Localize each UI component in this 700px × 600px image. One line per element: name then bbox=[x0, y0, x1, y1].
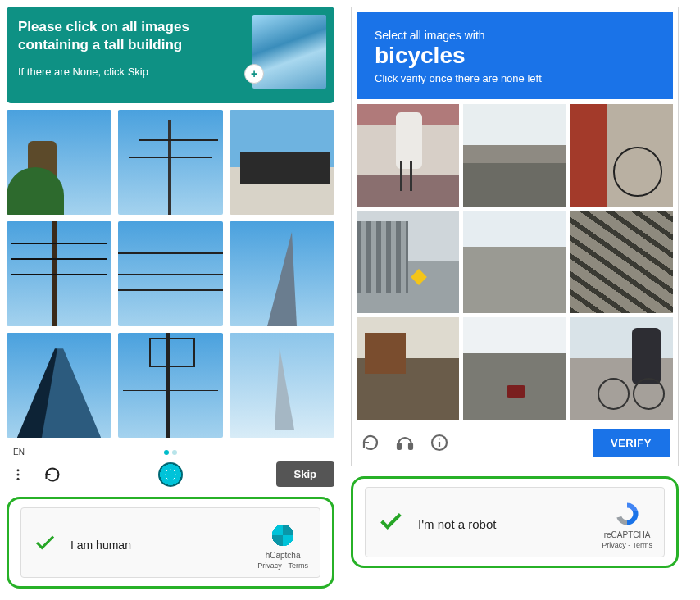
hcaptcha-logo-icon[interactable] bbox=[158, 462, 183, 487]
info-icon[interactable] bbox=[429, 432, 450, 453]
hcaptcha-subprompt: If there are None, click Skip bbox=[18, 66, 215, 78]
recaptcha-prompt-target: bicycles bbox=[375, 43, 655, 69]
page-dot[interactable] bbox=[164, 450, 169, 455]
svg-rect-4 bbox=[409, 443, 412, 449]
hcaptcha-widget-container: I am human hCaptcha Privacy - Terms bbox=[7, 497, 334, 589]
privacy-link[interactable]: Privacy bbox=[257, 561, 282, 570]
recaptcha-image-grid bbox=[357, 104, 673, 420]
svg-rect-3 bbox=[398, 443, 401, 449]
plus-icon[interactable]: + bbox=[244, 64, 264, 84]
refresh-icon[interactable] bbox=[360, 432, 381, 453]
hcaptcha-checkbox-widget[interactable]: I am human hCaptcha Privacy - Terms bbox=[20, 507, 320, 578]
terms-link[interactable]: Terms bbox=[289, 561, 309, 570]
hcaptcha-tile[interactable] bbox=[230, 333, 334, 438]
recaptcha-brand-label: reCAPTCHA bbox=[604, 530, 651, 539]
terms-link[interactable]: Terms bbox=[633, 541, 653, 549]
hcaptcha-example-image: + bbox=[252, 15, 326, 89]
hcaptcha-widget-text: I am human bbox=[70, 539, 131, 552]
recaptcha-panel: Select all images with bicycles Click ve… bbox=[351, 7, 679, 568]
recaptcha-legal-links: Privacy - Terms bbox=[602, 541, 652, 549]
recaptcha-header: Select all images with bicycles Click ve… bbox=[357, 12, 673, 99]
recaptcha-tile[interactable] bbox=[463, 211, 566, 313]
pagination-dots bbox=[164, 450, 177, 455]
recaptcha-tile[interactable] bbox=[357, 104, 459, 207]
recaptcha-tile[interactable] bbox=[463, 317, 566, 420]
svg-point-1 bbox=[17, 473, 20, 475]
recaptcha-checkbox-widget[interactable]: I'm not a robot reCAPTCHA Privacy - Term… bbox=[365, 487, 665, 557]
hcaptcha-tile[interactable] bbox=[118, 110, 223, 215]
svg-point-0 bbox=[17, 469, 20, 471]
skip-button[interactable]: Skip bbox=[276, 461, 334, 487]
recaptcha-tile[interactable] bbox=[570, 317, 673, 420]
recaptcha-brand-icon bbox=[612, 499, 642, 529]
recaptcha-prompt-line1: Select all images with bbox=[375, 29, 655, 42]
hcaptcha-tile[interactable] bbox=[7, 110, 111, 215]
recaptcha-tile[interactable] bbox=[357, 317, 459, 420]
hcaptcha-panel: Please click on all images containing a … bbox=[7, 7, 334, 589]
checkmark-icon bbox=[33, 530, 57, 561]
hcaptcha-tile[interactable] bbox=[230, 221, 334, 326]
hcaptcha-tile[interactable] bbox=[7, 221, 111, 326]
hcaptcha-prompt: Please click on all images containing a … bbox=[18, 18, 215, 54]
language-selector[interactable]: EN bbox=[7, 446, 31, 458]
privacy-link[interactable]: Privacy bbox=[602, 541, 626, 549]
svg-point-7 bbox=[439, 439, 440, 440]
recaptcha-widget-text: I'm not a robot bbox=[418, 517, 496, 531]
recaptcha-frame: Select all images with bicycles Click ve… bbox=[351, 7, 679, 466]
hcaptcha-tile[interactable] bbox=[230, 110, 334, 215]
page-dot[interactable] bbox=[172, 450, 177, 455]
recaptcha-widget-container: I'm not a robot reCAPTCHA Privacy - Term… bbox=[351, 476, 679, 568]
svg-point-2 bbox=[17, 477, 20, 480]
hcaptcha-tile[interactable] bbox=[7, 333, 111, 438]
recaptcha-tile[interactable] bbox=[570, 104, 673, 207]
hcaptcha-tile[interactable] bbox=[118, 333, 223, 438]
checkmark-icon bbox=[377, 507, 405, 541]
audio-icon[interactable] bbox=[394, 432, 416, 453]
hcaptcha-image-grid bbox=[7, 110, 334, 438]
verify-button[interactable]: VERIFY bbox=[593, 429, 670, 457]
hcaptcha-tile[interactable] bbox=[118, 221, 223, 326]
recaptcha-prompt-line3: Click verify once there are none left bbox=[375, 72, 655, 84]
hcaptcha-brand-label: hCaptcha bbox=[266, 551, 301, 560]
hcaptcha-brand-icon bbox=[269, 521, 297, 549]
recaptcha-tile[interactable] bbox=[357, 211, 459, 313]
refresh-icon[interactable] bbox=[41, 463, 64, 486]
hcaptcha-header: Please click on all images containing a … bbox=[7, 7, 334, 103]
hcaptcha-legal-links: Privacy - Terms bbox=[257, 561, 308, 570]
more-options-icon[interactable] bbox=[7, 463, 30, 486]
recaptcha-tile[interactable] bbox=[463, 104, 566, 207]
recaptcha-controls: VERIFY bbox=[357, 422, 673, 461]
recaptcha-tile[interactable] bbox=[570, 211, 673, 313]
